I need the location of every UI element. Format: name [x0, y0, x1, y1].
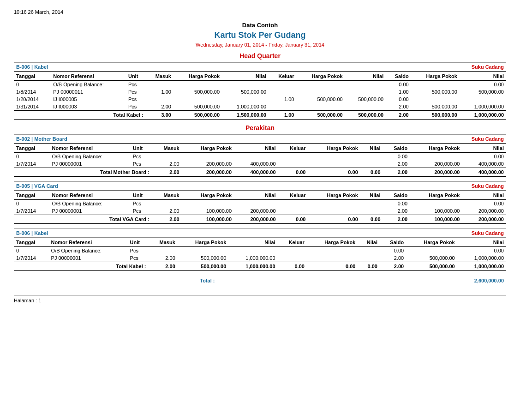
total-cell: 0.00	[278, 215, 308, 224]
table-cell: 2.00	[146, 103, 173, 111]
report-title: Data Contoh	[14, 22, 506, 29]
table-cell	[406, 247, 457, 255]
table-cell: Pcs	[131, 153, 152, 161]
table-cell	[278, 153, 308, 161]
col-header: Masuk	[148, 238, 177, 247]
table-cell: 500,000.00	[411, 103, 460, 111]
table-cell	[308, 160, 360, 168]
table-cell	[278, 254, 307, 262]
table-cell: IJ I000005	[51, 96, 126, 103]
timestamp: 10:16 26 March, 2014	[14, 9, 506, 15]
total-cell: 0.00	[308, 215, 360, 224]
table-cell	[152, 153, 182, 161]
table-cell: O/B Opening Balance:	[51, 81, 126, 89]
stock-table: TanggalNomor ReferensiUnitMasukHarga Pok…	[14, 144, 506, 177]
table-cell: Pcs	[128, 247, 149, 255]
table-cell: 2.00	[383, 160, 410, 168]
col-header: Harga Pokok	[410, 144, 462, 153]
table-cell	[278, 200, 308, 208]
table-cell	[308, 153, 360, 161]
table-cell: 400,000.00	[462, 160, 506, 168]
table-cell	[173, 81, 222, 89]
col-header: Tanggal	[14, 191, 50, 200]
table-cell: 500,000.00	[173, 88, 222, 96]
section-header: Head Quarter	[14, 52, 506, 60]
table-cell: 2.00	[380, 254, 406, 262]
table-cell: PJ 00000011	[51, 88, 126, 96]
table-cell: 0	[14, 153, 50, 161]
table-cell: 0.00	[383, 153, 410, 161]
table-cell: 200,000.00	[234, 207, 278, 215]
report-date: Wednesday, January 01, 2014 - Friday, Ja…	[14, 42, 506, 48]
table-cell	[269, 103, 296, 111]
table-cell: 400,000.00	[234, 160, 278, 168]
table-cell	[296, 81, 345, 89]
table-cell: 200,000.00	[410, 160, 462, 168]
total-cell: 2.00	[380, 262, 406, 271]
table-cell: 2.00	[383, 207, 410, 215]
col-header: Harga Pokok	[178, 238, 229, 247]
table-cell	[358, 247, 380, 255]
col-header: Nilai	[360, 191, 383, 200]
total-cell: 100,000.00	[182, 215, 234, 224]
total-cell: 1,000,000.00	[457, 262, 506, 271]
table-cell: 0.00	[462, 200, 506, 208]
item-category: Suku Cadang	[472, 136, 504, 142]
col-header: Nomor Referensi	[50, 144, 131, 153]
total-row: Total VGA Card :2.00100,000.00200,000.00…	[14, 215, 506, 224]
table-cell: 1.00	[146, 88, 173, 96]
total-cell: 200,000.00	[462, 215, 506, 224]
col-header: Harga Pokok	[308, 191, 360, 200]
total-cell: 100,000.00	[410, 215, 462, 224]
table-cell: 0.00	[462, 153, 506, 161]
total-label: Total VGA Card :	[50, 215, 152, 224]
total-cell: 400,000.00	[234, 168, 278, 177]
total-cell: 0.00	[360, 168, 383, 177]
table-cell: O/B Opening Balance:	[50, 200, 131, 208]
total-row: Total Kabel :2.00500,000.001,000,000.000…	[14, 262, 506, 271]
total-cell: 1,000,000.00	[460, 111, 506, 120]
table-cell	[228, 247, 277, 255]
total-cell: 200,000.00	[410, 168, 462, 177]
col-header: Saldo	[383, 191, 410, 200]
table-cell: 500,000.00	[411, 88, 460, 96]
col-header: Harga Pokok	[308, 144, 360, 153]
total-cell: 2.00	[383, 168, 410, 177]
total-cell: 1,000,000.00	[228, 262, 277, 271]
total-cell: 0.00	[307, 262, 358, 271]
table-cell	[222, 81, 269, 89]
table-cell: 1,000,000.00	[457, 254, 506, 262]
table-cell	[182, 153, 234, 161]
col-header: Keluar	[269, 72, 296, 81]
table-cell	[278, 207, 308, 215]
table-cell	[14, 262, 49, 271]
table-cell	[234, 153, 278, 161]
total-cell: 0.00	[308, 168, 360, 177]
col-header: Nilai	[462, 191, 506, 200]
table-cell: 500,000.00	[345, 96, 386, 103]
table-cell: 500,000.00	[178, 254, 229, 262]
table-cell: IJ I000003	[51, 103, 126, 111]
table-cell: Pcs	[126, 88, 146, 96]
table-cell	[345, 103, 386, 111]
stock-table: TanggalNomor ReferensiUnitMasukHarga Pok…	[14, 238, 506, 271]
stock-table: TanggalNomor ReferensiUnitMasukHarga Pok…	[14, 191, 506, 224]
page-number: Halaman : 1	[14, 298, 41, 303]
table-cell	[146, 81, 173, 89]
total-row: Total Mother Board :2.00200,000.00400,00…	[14, 168, 506, 177]
col-header: Harga Pokok	[296, 72, 345, 81]
grand-total-label: Total :	[53, 276, 217, 286]
table-cell	[307, 247, 358, 255]
table-cell: 2.00	[148, 254, 177, 262]
item-block: B-006 | KabelSuku CadangTanggalNomor Ref…	[14, 62, 506, 120]
total-cell: 0.00	[278, 262, 307, 271]
col-header: Masuk	[152, 191, 182, 200]
table-cell	[411, 81, 460, 89]
table-cell: O/B Opening Balance:	[49, 247, 128, 255]
table-row: 1/31/2014IJ I000003Pcs2.00500,000.001,00…	[14, 103, 506, 111]
table-cell: 100,000.00	[410, 207, 462, 215]
report-subtitle: Kartu Stok Per Gudang	[14, 30, 506, 40]
table-cell: Pcs	[131, 200, 152, 208]
col-header: Nilai	[360, 144, 383, 153]
col-header: Harga Pokok	[173, 72, 222, 81]
